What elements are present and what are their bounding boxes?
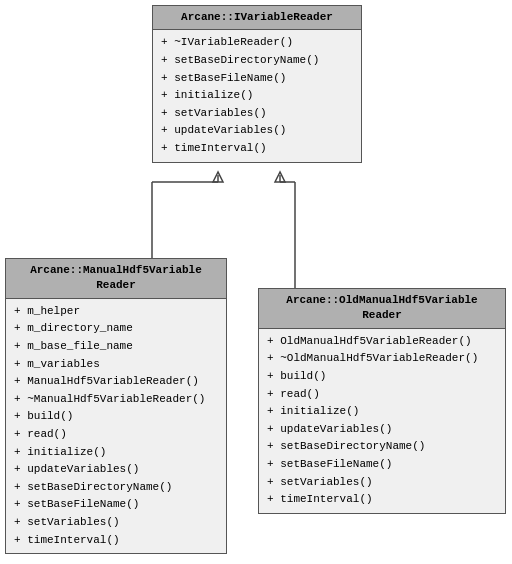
list-item: + updateVariables() [14,461,218,479]
list-item: + OldManualHdf5VariableReader() [267,333,497,351]
list-item: + updateVariables() [267,421,497,439]
diagram-container: Arcane::IVariableReader + ~IVariableRead… [0,0,512,564]
ivariablereader-box: Arcane::IVariableReader + ~IVariableRead… [152,5,362,163]
manualhdf5-members: + m_helper + m_directory_name + m_base_f… [6,299,226,553]
list-item: + setVariables() [267,474,497,492]
ivariablereader-title: Arcane::IVariableReader [153,6,361,30]
list-item: + m_directory_name [14,320,218,338]
list-item: + m_variables [14,356,218,374]
list-item: + read() [14,426,218,444]
list-item: + timeInterval() [161,140,353,158]
list-item: + setBaseDirectoryName() [267,438,497,456]
list-item: + setVariables() [161,105,353,123]
list-item: + updateVariables() [161,122,353,140]
list-item: + m_base_file_name [14,338,218,356]
oldmanualhdf5-title: Arcane::OldManualHdf5VariableReader [259,289,505,329]
oldmanualhdf5-box: Arcane::OldManualHdf5VariableReader + Ol… [258,288,506,514]
manualhdf5-box: Arcane::ManualHdf5VariableReader + m_hel… [5,258,227,554]
list-item: + timeInterval() [14,532,218,550]
list-item: + ManualHdf5VariableReader() [14,373,218,391]
list-item: + setVariables() [14,514,218,532]
ivariablereader-members: + ~IVariableReader() + setBaseDirectoryN… [153,30,361,161]
list-item: + setBaseDirectoryName() [161,52,353,70]
svg-marker-7 [275,172,285,182]
list-item: + setBaseFileName() [14,496,218,514]
oldmanualhdf5-members: + OldManualHdf5VariableReader() + ~OldMa… [259,329,505,513]
list-item: + timeInterval() [267,491,497,509]
list-item: + ~OldManualHdf5VariableReader() [267,350,497,368]
list-item: + initialize() [267,403,497,421]
list-item: + build() [14,408,218,426]
list-item: + m_helper [14,303,218,321]
list-item: + setBaseDirectoryName() [14,479,218,497]
list-item: + initialize() [14,444,218,462]
list-item: + ~ManualHdf5VariableReader() [14,391,218,409]
list-item: + initialize() [161,87,353,105]
list-item: + ~IVariableReader() [161,34,353,52]
list-item: + build() [267,368,497,386]
list-item: + read() [267,386,497,404]
svg-marker-3 [213,172,223,182]
list-item: + setBaseFileName() [267,456,497,474]
manualhdf5-title: Arcane::ManualHdf5VariableReader [6,259,226,299]
list-item: + setBaseFileName() [161,70,353,88]
